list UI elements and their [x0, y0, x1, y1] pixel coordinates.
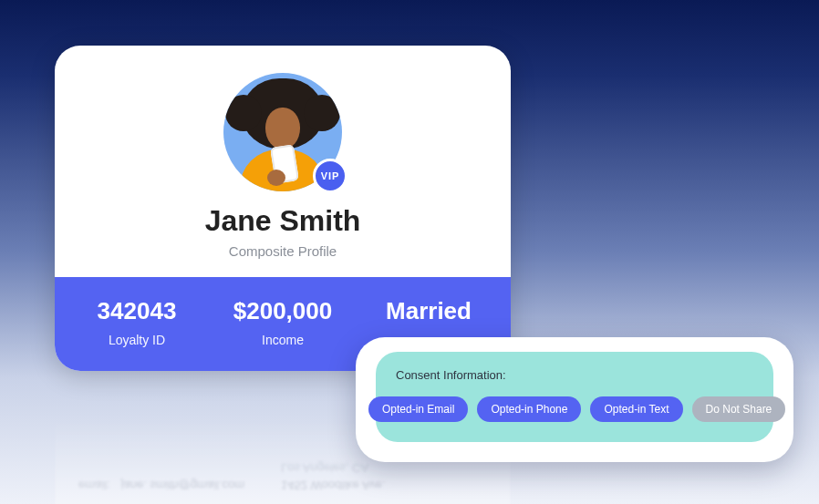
consent-panel: Consent Information: Opted-in Email Opte…: [356, 337, 793, 462]
stat-value: 342043: [64, 297, 210, 325]
avatar-container: VIP: [223, 73, 342, 191]
consent-chip-do-not-share[interactable]: Do Not Share: [692, 396, 786, 422]
stat-label: Income: [210, 333, 356, 347]
consent-title: Consent Information:: [396, 368, 753, 382]
consent-inner: Consent Information: Opted-in Email Opte…: [376, 352, 773, 442]
vip-badge-text: VIP: [321, 170, 340, 181]
stat-income: $200,000 Income: [210, 297, 356, 347]
stat-value: $200,000: [210, 297, 356, 325]
stat-value: Married: [356, 297, 502, 325]
reflection-address: 1452 Woodlike Ave.: [281, 478, 385, 492]
profile-header: VIP Jane Smith Composite Profile: [55, 46, 511, 277]
profile-subtitle: Composite Profile: [229, 243, 337, 259]
reflection-email-value: jane. smith@gmail.com: [121, 399, 244, 492]
consent-chip-row: Opted-in Email Opted-in Phone Opted-in T…: [368, 396, 781, 422]
profile-name: Jane Smith: [205, 204, 361, 238]
vip-badge: VIP: [313, 159, 347, 193]
stat-label: Loyalty ID: [64, 333, 210, 347]
consent-chip-email[interactable]: Opted-in Email: [368, 396, 468, 422]
reflection-email-label: email:: [78, 399, 110, 492]
profile-card: VIP Jane Smith Composite Profile 342043 …: [55, 46, 511, 371]
reflection-city: Los Angeles, CA: [281, 461, 385, 475]
consent-chip-text[interactable]: Opted-in Text: [590, 396, 682, 422]
consent-chip-phone[interactable]: Opted-in Phone: [477, 396, 581, 422]
stat-loyalty-id: 342043 Loyalty ID: [64, 297, 210, 347]
